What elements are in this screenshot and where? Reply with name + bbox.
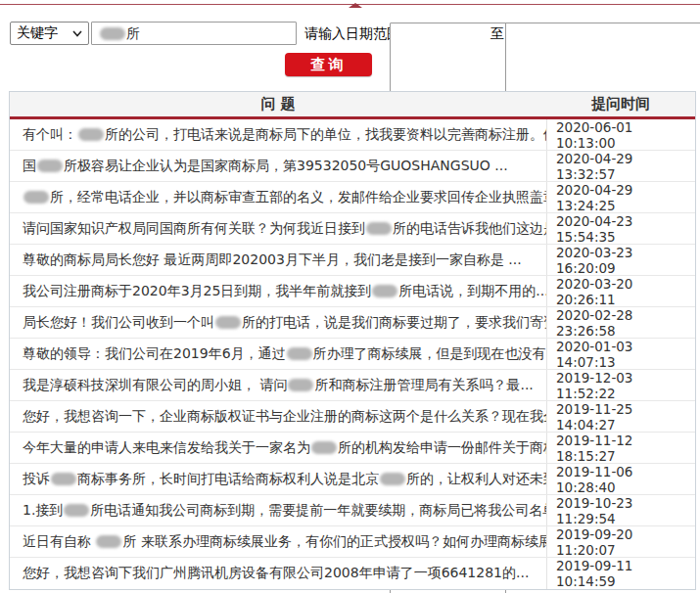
censored-text: [287, 347, 312, 360]
question-text-cell[interactable]: 国所极容易让企业认为是国家商标局，第39532050号GUOSHANGSUO .…: [10, 151, 546, 181]
table-row[interactable]: 我是淳硕科技深圳有限公司的周小姐， 请问所和商标注册管理局有关系吗？最... 2…: [10, 370, 695, 401]
table-row[interactable]: 近日有自称 所 来联系办理商标续展业务，有你们的正式授权吗？如何办理商标续展..…: [10, 526, 695, 558]
question-text-cell[interactable]: 您好，我想咨询一下，企业商标版权证书与企业注册的商标这两个是什么关系？现在我企业…: [10, 401, 546, 432]
censored-text: [64, 504, 89, 517]
question-text[interactable]: 国所极容易让企业认为是国家商标局，第39532050号GUOSHANGSUO .…: [23, 158, 508, 175]
time-column-header: 提问时间: [546, 95, 695, 114]
query-button[interactable]: 查询: [285, 53, 372, 76]
tab-pointer-icon: [349, 3, 362, 8]
question-text[interactable]: 请问国家知识产权局同国商所有何关联？为何我近日接到所的电话告诉我他们这边是知..…: [23, 220, 546, 238]
question-time: 2020-01-03 14:07:13: [556, 339, 695, 370]
question-time: 2020-04-23 15:54:35: [556, 213, 695, 245]
question-table: 问 题 提问时间 有个叫：所的公司，打电话来说是商标局下的单位，找我要资料以完善…: [9, 91, 696, 590]
table-row[interactable]: 国所极容易让企业认为是国家商标局，第39532050号GUOSHANGSUO .…: [10, 151, 695, 182]
question-table-body: 有个叫：所的公司，打电话来说是商标局下的单位，找我要资料以完善商标注册。但我..…: [10, 119, 695, 589]
table-row[interactable]: 所，经常电话企业，并以商标审查五部的名义，发邮件给企业要求回传企业执照盖章扫..…: [10, 182, 695, 213]
censored-text: [366, 222, 392, 235]
question-time-cell: 2019-11-25 14:04:27: [546, 401, 695, 432]
question-time-cell: 2019-12-03 11:52:22: [546, 370, 695, 400]
question-time: 2019-11-12 18:15:27: [556, 433, 695, 464]
question-text-cell[interactable]: 1.接到所电话通知我公司商标到期，需要提前一年就要续期，商标局已将我公司名单..…: [10, 495, 546, 525]
question-text-cell[interactable]: 近日有自称 所 来联系办理商标续展业务，有你们的正式授权吗？如何办理商标续展..…: [10, 526, 546, 557]
question-text-cell[interactable]: 您好，我想咨询下我们广州腾讯机房设备有限公司2008年申请了一项6641281的…: [10, 558, 546, 589]
table-row[interactable]: 局长您好！我们公司收到一个叫所的打电话，说是我们商标要过期了，要求我们寄资料..…: [10, 307, 695, 339]
censored-text: [215, 316, 241, 329]
censored-text: [96, 535, 121, 548]
question-text[interactable]: 您好，我想咨询下我们广州腾讯机房设备有限公司2008年申请了一项6641281的…: [23, 565, 529, 582]
question-time-cell: 2020-03-20 20:26:11: [546, 276, 695, 306]
question-time-cell: 2019-11-12 18:15:27: [546, 433, 695, 463]
question-text[interactable]: 投诉商标事务所，长时间打电话给商标权利人说是北京所的，让权利人对还未到续...: [23, 471, 546, 488]
question-text-cell[interactable]: 所，经常电话企业，并以商标审查五部的名义，发邮件给企业要求回传企业执照盖章扫..…: [10, 182, 546, 212]
question-time: 2020-02-28 23:26:58: [556, 307, 695, 339]
question-time-cell: 2019-09-20 11:20:07: [546, 526, 695, 557]
question-time: 2019-11-06 10:28:40: [556, 464, 695, 495]
question-text-cell[interactable]: 局长您好！我们公司收到一个叫所的打电话，说是我们商标要过期了，要求我们寄资料..…: [10, 307, 546, 338]
censored-text: [23, 191, 49, 204]
censored-text: [37, 160, 63, 172]
question-text[interactable]: 有个叫：所的公司，打电话来说是商标局下的单位，找我要资料以完善商标注册。但我..…: [23, 126, 546, 144]
keyword-select-value: 关键字: [17, 24, 58, 42]
question-time-cell: 2020-02-28 23:26:58: [546, 307, 695, 338]
table-row[interactable]: 尊敬的领导：我们公司在2019年6月，通过所办理了商标续展，但是到现在也没有..…: [10, 339, 695, 370]
question-text-cell[interactable]: 尊敬的领导：我们公司在2019年6月，通过所办理了商标续展，但是到现在也没有..…: [10, 339, 546, 369]
censored-text: [380, 473, 405, 485]
date-range-label: 请输入日期范围: [304, 25, 400, 43]
table-row[interactable]: 1.接到所电话通知我公司商标到期，需要提前一年就要续期，商标局已将我公司名单..…: [10, 495, 695, 526]
question-time: 2019-10-23 11:29:54: [556, 495, 695, 526]
question-time: 2019-09-11 10:14:59: [556, 558, 695, 589]
question-text[interactable]: 您好，我想咨询一下，企业商标版权证书与企业注册的商标这两个是什么关系？现在我企业…: [23, 408, 546, 426]
censored-text: [288, 379, 313, 391]
censored-text: [311, 441, 337, 454]
question-text-cell[interactable]: 有个叫：所的公司，打电话来说是商标局下的单位，找我要资料以完善商标注册。但我..…: [10, 119, 546, 150]
keyword-select[interactable]: 关键字: [10, 22, 89, 45]
search-input[interactable]: [91, 22, 297, 45]
question-text[interactable]: 所，经常电话企业，并以商标审查五部的名义，发邮件给企业要求回传企业执照盖章扫..…: [23, 189, 546, 206]
table-row[interactable]: 您好，我想咨询一下，企业商标版权证书与企业注册的商标这两个是什么关系？现在我企业…: [10, 401, 695, 433]
question-time-cell: 2019-09-11 10:14:59: [546, 558, 695, 589]
table-row[interactable]: 有个叫：所的公司，打电话来说是商标局下的单位，找我要资料以完善商标注册。但我..…: [10, 119, 695, 151]
question-text-cell[interactable]: 今年大量的申请人来电来信发给我关于一家名为所的机构发给申请一份邮件关于商标续..…: [10, 433, 546, 463]
question-text[interactable]: 尊敬的商标局局长您好 最近两周即202003月下半月，我们老是接到一家自称是 .…: [23, 251, 522, 269]
table-row[interactable]: 投诉商标事务所，长时间打电话给商标权利人说是北京所的，让权利人对还未到续... …: [10, 464, 695, 495]
question-text[interactable]: 尊敬的领导：我们公司在2019年6月，通过所办理了商标续展，但是到现在也没有..…: [23, 345, 546, 363]
question-time: 2020-04-29 13:24:25: [556, 182, 695, 213]
question-text-cell[interactable]: 尊敬的商标局局长您好 最近两周即202003月下半月，我们老是接到一家自称是 .…: [10, 245, 546, 275]
question-time-cell: 2019-10-23 11:29:54: [546, 495, 695, 525]
question-text[interactable]: 我是淳硕科技深圳有限公司的周小姐， 请问所和商标注册管理局有关系吗？最...: [23, 377, 534, 394]
censored-text: [372, 285, 397, 297]
question-time: 2020-03-20 20:26:11: [556, 276, 695, 307]
table-row[interactable]: 请问国家知识产权局同国商所有何关联？为何我近日接到所的电话告诉我他们这边是知..…: [10, 213, 695, 245]
question-text[interactable]: 近日有自称 所 来联系办理商标续展业务，有你们的正式授权吗？如何办理商标续展..…: [23, 533, 546, 551]
question-time-cell: 2019-11-06 10:28:40: [546, 464, 695, 494]
table-row[interactable]: 我公司注册商标于2020年3月25日到期，我半年前就接到所电话说，到期不用的..…: [10, 276, 695, 307]
question-time-cell: 2020-06-01 10:13:00: [546, 119, 695, 150]
table-row[interactable]: 今年大量的申请人来电来信发给我关于一家名为所的机构发给申请一份邮件关于商标续..…: [10, 433, 695, 464]
question-time: 2020-04-29 13:32:57: [556, 151, 695, 182]
question-text[interactable]: 我公司注册商标于2020年3月25日到期，我半年前就接到所电话说，到期不用的..…: [23, 283, 546, 300]
search-field-wrap: 所: [91, 22, 297, 45]
question-time-cell: 2020-04-29 13:32:57: [546, 151, 695, 181]
date-to-label: 至: [490, 25, 504, 43]
top-divider-line: [0, 4, 700, 5]
question-text-cell[interactable]: 请问国家知识产权局同国商所有何关联？为何我近日接到所的电话告诉我他们这边是知..…: [10, 213, 546, 244]
question-text[interactable]: 1.接到所电话通知我公司商标到期，需要提前一年就要续期，商标局已将我公司名单..…: [23, 502, 546, 520]
question-text-cell[interactable]: 投诉商标事务所，长时间打电话给商标权利人说是北京所的，让权利人对还未到续...: [10, 464, 546, 494]
page: 关键字 所 请输入日期范围 至 查询 问 题 提问时间 有个叫：所的公司，打电话…: [0, 0, 700, 593]
question-column-header: 问 题: [10, 95, 546, 114]
question-time: 2020-06-01 10:13:00: [556, 119, 695, 151]
table-row[interactable]: 您好，我想咨询下我们广州腾讯机房设备有限公司2008年申请了一项6641281的…: [10, 558, 695, 589]
question-time: 2019-12-03 11:52:22: [556, 370, 695, 401]
question-text[interactable]: 局长您好！我们公司收到一个叫所的打电话，说是我们商标要过期了，要求我们寄资料..…: [23, 314, 546, 332]
censored-text: [51, 473, 76, 485]
censored-text: [78, 128, 104, 141]
question-time: 2020-03-23 16:20:09: [556, 245, 695, 276]
question-time-cell: 2020-03-23 16:20:09: [546, 245, 695, 275]
table-row[interactable]: 尊敬的商标局局长您好 最近两周即202003月下半月，我们老是接到一家自称是 .…: [10, 245, 695, 276]
question-text-cell[interactable]: 我是淳硕科技深圳有限公司的周小姐， 请问所和商标注册管理局有关系吗？最...: [10, 370, 546, 400]
question-text-cell[interactable]: 我公司注册商标于2020年3月25日到期，我半年前就接到所电话说，到期不用的..…: [10, 276, 546, 306]
question-time-cell: 2020-01-03 14:07:13: [546, 339, 695, 369]
chevron-down-icon: [72, 30, 82, 37]
question-text[interactable]: 今年大量的申请人来电来信发给我关于一家名为所的机构发给申请一份邮件关于商标续..…: [23, 439, 546, 457]
table-header-row: 问 题 提问时间: [10, 92, 695, 119]
